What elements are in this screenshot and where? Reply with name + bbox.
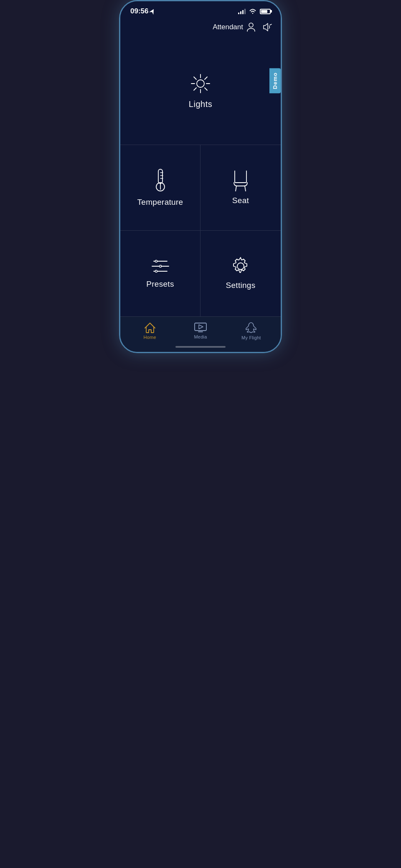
settings-gear-icon — [231, 257, 250, 276]
attendant-button[interactable]: Attendant — [213, 22, 256, 32]
signal-bar-1 — [238, 13, 239, 14]
top-nav: Attendant — [120, 19, 281, 37]
time-display: 09:56 — [130, 7, 148, 15]
sun-icon — [190, 73, 211, 94]
speaker-icon[interactable] — [262, 23, 272, 32]
svg-line-2 — [270, 24, 272, 25]
svg-point-24 — [159, 265, 161, 267]
demo-tab[interactable]: Demo — [269, 68, 281, 93]
thermometer-icon — [152, 168, 168, 193]
svg-line-8 — [194, 77, 196, 79]
status-time: 09:56 — [130, 7, 155, 15]
svg-line-9 — [205, 88, 207, 90]
tab-home-label: Home — [144, 335, 156, 340]
svg-line-18 — [236, 186, 236, 191]
tab-bar: Home Media My Flight — [120, 316, 281, 344]
signal-bar-4 — [244, 9, 246, 14]
presets-label: Presets — [146, 280, 174, 289]
presets-item[interactable]: Presets — [120, 231, 200, 316]
attendant-label: Attendant — [213, 23, 243, 31]
seat-item[interactable]: Seat — [200, 145, 281, 231]
svg-line-10 — [205, 77, 207, 79]
status-icons — [238, 8, 271, 14]
signal-bar-2 — [240, 11, 241, 14]
lights-label: Lights — [189, 99, 212, 109]
tab-media-label: Media — [194, 334, 207, 339]
signal-bar-3 — [242, 10, 244, 14]
svg-line-19 — [245, 186, 246, 191]
svg-marker-0 — [149, 8, 156, 15]
svg-rect-12 — [158, 169, 162, 183]
svg-point-3 — [197, 80, 204, 87]
seat-icon — [231, 170, 250, 191]
airplane-icon — [245, 322, 257, 333]
svg-point-1 — [249, 23, 253, 27]
media-icon — [194, 323, 207, 333]
main-content: Lights Temperature — [120, 37, 281, 316]
svg-marker-29 — [199, 325, 203, 329]
home-bar — [175, 346, 226, 348]
seat-label: Seat — [232, 196, 249, 205]
temperature-item[interactable]: Temperature — [120, 145, 200, 231]
attendant-person-icon — [246, 22, 256, 32]
location-arrow-icon — [150, 9, 155, 14]
battery-fill — [261, 10, 267, 13]
phone-frame: 09:56 Attendant — [119, 0, 282, 353]
signal-bars — [238, 8, 246, 14]
settings-item[interactable]: Settings — [200, 231, 281, 316]
home-icon — [144, 322, 156, 333]
grid-section: Temperature Seat — [120, 145, 281, 316]
status-bar: 09:56 — [120, 1, 281, 19]
settings-label: Settings — [226, 281, 255, 290]
temperature-label: Temperature — [137, 198, 183, 207]
wifi-icon — [249, 8, 256, 14]
battery-icon — [260, 9, 271, 14]
lights-section[interactable]: Lights — [120, 37, 281, 145]
svg-line-11 — [194, 88, 196, 90]
presets-icon — [151, 258, 170, 275]
tab-media[interactable]: Media — [175, 323, 226, 339]
svg-point-25 — [155, 270, 157, 272]
tab-my-flight[interactable]: My Flight — [226, 322, 277, 340]
svg-rect-27 — [195, 323, 206, 331]
home-indicator — [120, 344, 281, 352]
tab-home[interactable]: Home — [124, 322, 175, 340]
svg-point-26 — [237, 263, 244, 270]
tab-my-flight-label: My Flight — [241, 335, 261, 340]
svg-point-23 — [155, 260, 157, 262]
